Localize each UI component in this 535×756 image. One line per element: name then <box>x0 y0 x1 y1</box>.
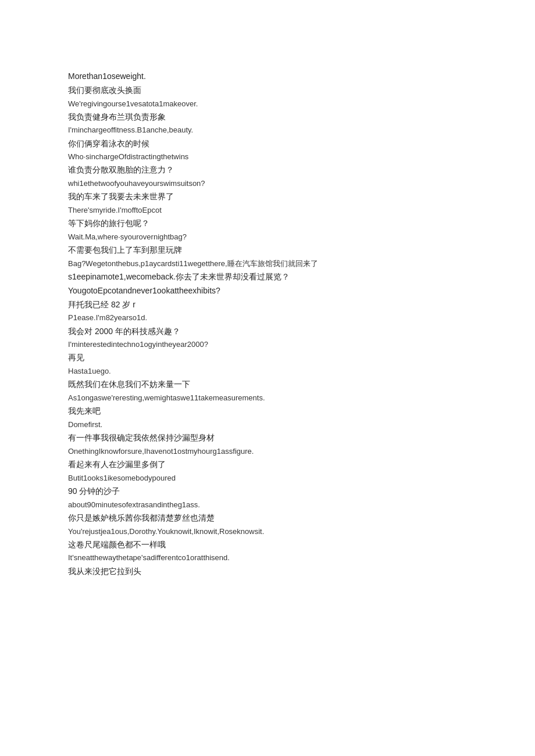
english-line: Domefirst. <box>68 418 467 431</box>
english-line: I'minchargeoffitness.B1anche,beauty. <box>68 124 467 137</box>
chinese-line: 你们俩穿着泳衣的时候 <box>68 137 467 151</box>
english-line: about90minutesofextrasandintheg1ass. <box>68 499 467 511</box>
chinese-line: 我的车来了我要去未来世界了 <box>68 190 467 204</box>
chinese-line: 90 分钟的沙子 <box>68 485 467 499</box>
chinese-line: 我负责健身布兰琪负责形象 <box>68 110 467 124</box>
english-line: whi1ethetwoofyouhaveyourswimsuitson? <box>68 177 467 190</box>
chinese-line: 这卷尺尾端颜色都不一样哦 <box>68 538 467 552</box>
chinese-line: 不需要包我们上了车到那里玩牌 <box>68 243 467 257</box>
text-line: 我从来没把它拉到头 <box>68 565 467 579</box>
text-line: Morethan1oseweight. <box>68 70 467 84</box>
content-area: Morethan1oseweight.我们要彻底改头换面We'regivingo… <box>68 70 467 578</box>
chinese-line: 你只是嫉妒桃乐茜你我都清楚萝丝也清楚 <box>68 511 467 525</box>
chinese-line: 谁负责分散双胞胎的注意力？ <box>68 163 467 177</box>
english-line: We'regivingourse1vesatota1makeover. <box>68 98 467 110</box>
chinese-line: 看起来有人在沙漏里多倒了 <box>68 458 467 472</box>
english-line: I'minterestedintechno1ogyintheyear2000? <box>68 338 467 351</box>
chinese-line: 我先来吧 <box>68 404 467 418</box>
chinese-line: 再见 <box>68 351 467 365</box>
english-line: Bag?Wegetonthebus,p1aycardsti11wegetther… <box>68 257 467 270</box>
english-line: Wait.Ma,where·syourovernightbag? <box>68 231 467 243</box>
text-line: s1eepinamote1,wecomeback.你去了未来世界却没看过展览？ <box>68 270 467 284</box>
chinese-line: 既然我们在休息我们不妨来量一下 <box>68 378 467 392</box>
chinese-line: 我会对 2000 年的科技感兴趣？ <box>68 325 467 339</box>
english-line: You'rejustjea1ous,Dorothy.Youknowit,Ikno… <box>68 525 467 538</box>
english-line: Butit1ooks1ikesomebodypoured <box>68 472 467 485</box>
chinese-line: 我们要彻底改头换面 <box>68 84 467 98</box>
english-line: Hasta1uego. <box>68 365 467 378</box>
english-line: Who·sinchargeOfdistractingthetwins <box>68 151 467 163</box>
chinese-line: 等下妈你的旅行包呢？ <box>68 217 467 231</box>
english-line: As1ongaswe'reresting,wemightaswe11takeme… <box>68 392 467 404</box>
chinese-line: 拜托我已经 82 岁 r <box>68 298 467 312</box>
english-line: There'smyride.I'mofftoEpcot <box>68 204 467 217</box>
chinese-line: 有一件事我很确定我依然保持沙漏型身材 <box>68 431 467 445</box>
english-line: OnethingIknowforsure,Ihavenot1ostmyhourg… <box>68 445 467 458</box>
text-line: YougotoEpcotandnever1ookattheexhibits? <box>68 284 467 298</box>
english-line: It'sneatthewaythetape'sadifferentco1orat… <box>68 551 467 564</box>
english-line: P1ease.I'm82yearso1d. <box>68 311 467 324</box>
